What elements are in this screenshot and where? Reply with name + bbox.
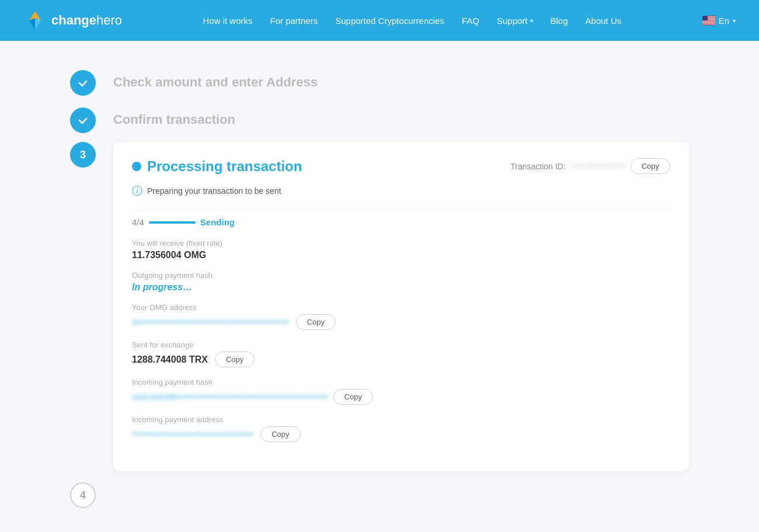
copy-sent-button[interactable]: Copy [215,352,255,367]
step-4-number: 4 [80,489,86,502]
step-3-indicator: 3 [70,142,96,168]
divider-1 [132,210,670,210]
progress-fraction: 4/4 [132,217,144,227]
stepper: Check amount and enter Address Confirm t… [70,64,689,516]
incoming-addr-section: Incoming payment address T••••••••••••••… [132,415,670,442]
nav-for-partners[interactable]: For partners [270,16,318,26]
checkmark-icon [76,77,89,89]
blue-dot-icon [132,162,141,171]
progress-bar-fill [149,221,196,224]
progress-label: Sending [200,217,235,227]
logo-icon [23,9,47,32]
incoming-hash-section: Incoming payment hash a1b2c3d4e5f6••••••… [132,378,670,405]
copy-address-button[interactable]: Copy [296,314,336,330]
step-2-label: Confirm transaction [113,107,235,127]
status-text: Preparing your transaction to be sent [147,186,281,196]
outgoing-hash-label: Outgoing payment hash [132,271,670,280]
sent-exchange-row: 1288.744008 TRX Copy [132,352,670,367]
copy-incoming-addr-button[interactable]: Copy [260,426,300,442]
transaction-id-area: Transaction ID: •••••••••••••••••••• Cop… [510,158,670,174]
step-4-row: 4 [70,474,689,516]
txid-value: •••••••••••••••••••• [572,162,625,171]
outgoing-hash-value: In progress… [132,282,670,293]
incoming-addr-value: T•••••••••••••••••••••••••••••••••••••••… [132,430,253,439]
lang-label: En [719,16,729,26]
omg-address-label: Your OMG address [132,303,670,312]
flag-icon [702,16,715,25]
step-2-indicator [70,107,96,133]
incoming-hash-label: Incoming payment hash [132,378,670,387]
copy-txid-button[interactable]: Copy [631,158,670,174]
step-3-row: 3 Processing transaction Transaction ID:… [70,139,689,474]
nav-about-us[interactable]: About Us [586,16,622,26]
lang-chevron-icon: ▾ [733,18,736,24]
nav-support[interactable]: Support ▾ [497,16,533,26]
step-1-indicator [70,70,96,96]
sent-exchange-section: Sent for exchange 1288.744008 TRX Copy [132,340,670,367]
txid-label: Transaction ID: [510,162,565,171]
sent-exchange-label: Sent for exchange [132,340,670,349]
omg-address-value: 0x••••••••••••••••••••••••••••••••••••••… [132,318,289,326]
info-icon: ⓘ [132,184,142,198]
omg-address-section: Your OMG address 0x•••••••••••••••••••••… [132,303,670,330]
outgoing-hash-section: Outgoing payment hash In progress… [132,271,670,293]
incoming-hash-row: a1b2c3d4e5f6••••••••••••••••••••••••••••… [132,389,670,405]
language-selector[interactable]: En ▾ [702,16,736,26]
step-3-header: Processing transaction Transaction ID: •… [132,158,670,175]
receive-value: 11.7356004 OMG [132,250,670,260]
svg-rect-7 [702,21,715,22]
logo[interactable]: changehero [23,9,122,32]
progress-bar-track [149,221,196,224]
incoming-hash-value: a1b2c3d4e5f6••••••••••••••••••••••••••••… [132,393,329,401]
logo-text: changehero [51,13,122,28]
receive-label: You will receive (fixed rate) [132,239,670,248]
step-1-label: Check amount and enter Address [113,70,318,90]
main-content: Check amount and enter Address Confirm t… [58,64,701,516]
header: changehero How it works For partners Sup… [0,0,759,41]
step-4-indicator: 4 [70,482,96,508]
status-row: ⓘ Preparing your transaction to be sent [132,184,670,198]
receive-section: You will receive (fixed rate) 11.7356004… [132,239,670,260]
svg-rect-10 [702,16,708,20]
nav-how-it-works[interactable]: How it works [203,16,252,26]
chevron-down-icon: ▾ [530,18,533,24]
progress-row: 4/4 Sending [132,217,670,227]
nav-blog[interactable]: Blog [551,16,568,26]
incoming-addr-row: T•••••••••••••••••••••••••••••••••••••••… [132,426,670,442]
main-nav: How it works For partners Supported Cryp… [203,16,621,26]
copy-incoming-hash-button[interactable]: Copy [333,389,373,405]
step-2-row: Confirm transaction [70,102,689,139]
step-1-row: Check amount and enter Address [70,64,689,102]
incoming-addr-label: Incoming payment address [132,415,670,424]
svg-rect-9 [702,24,715,25]
checkmark-icon-2 [76,114,89,127]
omg-address-row: 0x••••••••••••••••••••••••••••••••••••••… [132,314,670,330]
step-3-card: Processing transaction Transaction ID: •… [113,142,689,471]
svg-rect-8 [702,22,715,23]
nav-supported-crypto[interactable]: Supported Cryptocurrencies [335,16,444,26]
step-3-title: Processing transaction [132,158,302,175]
nav-faq[interactable]: FAQ [462,16,479,26]
sent-exchange-value: 1288.744008 TRX [132,354,208,365]
